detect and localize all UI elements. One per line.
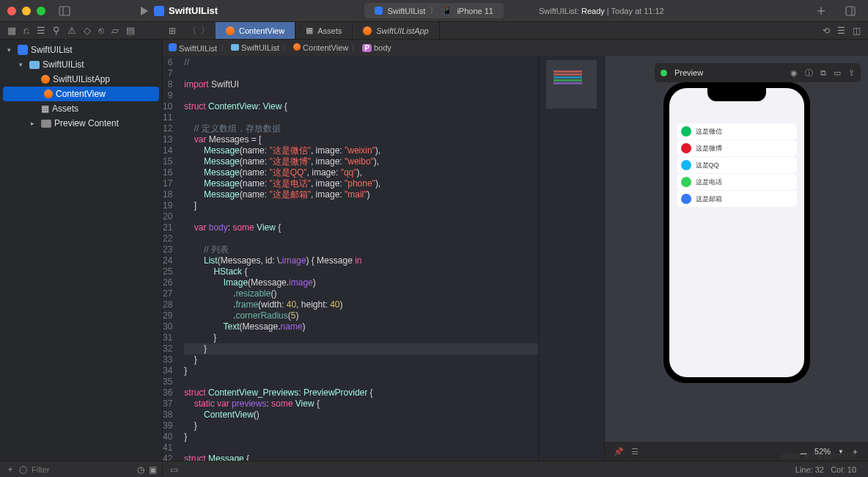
close-window-button[interactable] xyxy=(7,7,16,15)
bottom-bar: ＋ ◯ ◷ ▣ ▭ Line: 32 Col: 10 xyxy=(0,461,868,477)
grid-icon[interactable]: ⊞ xyxy=(163,26,182,36)
iphone-frame: 这是微信这是微博这是QQ这是电话这是邮箱 xyxy=(663,82,810,383)
crumb-swiftuilist[interactable]: SwiftUIList xyxy=(231,43,279,52)
debug-area-icon[interactable]: ▭ xyxy=(163,465,178,475)
library-icon[interactable] xyxy=(845,5,856,17)
preview-status-dot xyxy=(661,70,667,76)
debug-navigator-icon[interactable]: ⎋ xyxy=(98,25,104,36)
zoom-window-button[interactable] xyxy=(37,7,45,15)
settings-icon[interactable]: ☰ xyxy=(631,447,639,456)
back-button[interactable]: 〈 xyxy=(188,24,196,37)
line-gutter: 6789101112131415161718192021222324252627… xyxy=(163,56,178,461)
filter-input[interactable] xyxy=(32,465,133,474)
window-controls xyxy=(7,7,45,15)
find-navigator-icon[interactable]: ⚲ xyxy=(53,25,60,36)
tree-item-swiftuilist[interactable]: ▾SwiftUIList xyxy=(0,43,162,57)
preview-device-icon[interactable]: ▭ xyxy=(834,68,841,78)
preview-label: Preview xyxy=(674,68,703,77)
app-icon xyxy=(681,177,691,187)
property-badge: P xyxy=(362,44,372,52)
build-status: SwiftUIList: Ready | Today at 11:12 xyxy=(539,7,664,15)
svg-rect-2 xyxy=(846,7,855,15)
watermark: @掘金 稀土掘金技术社区 xyxy=(781,451,856,461)
scheme-device: iPhone 11 xyxy=(457,7,493,15)
assets-icon: ▦ xyxy=(306,26,313,35)
list-item: 这是微博 xyxy=(677,140,797,156)
swift-icon xyxy=(226,26,235,35)
list-item: 这是电话 xyxy=(677,174,797,190)
tab-contentview[interactable]: ContentView xyxy=(216,22,295,39)
refresh-icon[interactable]: ⟲ xyxy=(823,26,830,36)
swift-icon xyxy=(363,26,372,35)
issue-navigator-icon[interactable]: ⚠ xyxy=(67,25,76,36)
tab-assets[interactable]: ▦Assets xyxy=(295,22,353,39)
minimize-window-button[interactable] xyxy=(22,7,31,15)
filter-scope-icon[interactable]: ◯ xyxy=(19,465,27,473)
tree-item-preview-content[interactable]: ▸Preview Content xyxy=(0,116,162,131)
tree-item-assets[interactable]: ▦Assets xyxy=(0,101,162,116)
app-icon xyxy=(681,126,691,136)
swift-icon xyxy=(44,90,53,98)
svg-rect-0 xyxy=(59,7,70,15)
sidebar-toggle-icon[interactable] xyxy=(59,5,70,17)
crumb-contentview[interactable]: ContentView xyxy=(293,43,348,52)
crumb-body[interactable]: P body xyxy=(362,43,391,52)
preview-duplicate-icon[interactable]: ⧉ xyxy=(820,68,826,78)
report-navigator-icon[interactable]: ▤ xyxy=(126,25,135,36)
tree-item-swiftuilistapp[interactable]: SwiftUIListApp xyxy=(0,72,162,87)
folder-icon xyxy=(29,61,40,69)
folder-icon xyxy=(231,44,239,51)
assets-icon: ▦ xyxy=(41,103,49,114)
list-item: 这是微信 xyxy=(677,123,797,139)
jump-bar[interactable]: SwiftUIList〉 SwiftUIList〉 ContentView〉P … xyxy=(163,40,868,56)
list-icon[interactable]: ☰ xyxy=(837,26,845,36)
symbol-navigator-icon[interactable]: ☰ xyxy=(37,25,45,36)
forward-button[interactable]: 〉 xyxy=(201,24,210,37)
titlebar: SwiftUIList SwiftUIList 〉 📱 iPhone 11 Sw… xyxy=(0,0,868,22)
test-navigator-icon[interactable]: ◇ xyxy=(84,25,91,36)
clock-icon[interactable]: ◷ xyxy=(137,465,144,475)
folder-icon xyxy=(41,120,51,128)
project-icon xyxy=(154,6,164,16)
list-item: 这是QQ xyxy=(677,157,797,173)
tree-item-swiftuilist[interactable]: ▾SwiftUIList xyxy=(0,57,162,72)
breakpoint-navigator-icon[interactable]: ▱ xyxy=(111,25,119,36)
code-area[interactable]: // import SwiftUI struct ContentView: Vi… xyxy=(178,56,538,461)
source-control-navigator-icon[interactable]: ⎌ xyxy=(23,25,29,36)
panel-icon[interactable]: ◫ xyxy=(853,26,861,36)
cursor-line: Line: 32 xyxy=(795,465,824,474)
tab-swiftuilistapp[interactable]: SwiftUIListApp xyxy=(353,22,440,39)
source-editor[interactable]: 6789101112131415161718192021222324252627… xyxy=(163,56,538,461)
preview-list: 这是微信这是微博这是QQ这是电话这是邮箱 xyxy=(669,88,804,207)
project-navigator-icon[interactable]: ▦ xyxy=(7,25,16,36)
preview-info-icon[interactable]: ⓘ xyxy=(805,68,813,79)
swift-icon xyxy=(41,75,50,84)
collapse-icon[interactable]: ▣ xyxy=(149,465,157,475)
run-button[interactable] xyxy=(141,7,148,15)
scheme-device-icon: 📱 xyxy=(442,6,452,15)
project-title: SwiftUIList xyxy=(169,5,218,16)
notch xyxy=(707,88,766,101)
project-icon xyxy=(18,45,28,55)
canvas-preview: Preview ◉ ⓘ ⧉ ▭ ⇪ 这是微信这是微博这是QQ这是电话这是邮箱 xyxy=(604,56,868,461)
preview-share-icon[interactable]: ⇪ xyxy=(848,68,855,78)
preview-toolbar: Preview ◉ ⓘ ⧉ ▭ ⇪ xyxy=(655,63,861,82)
crumb-swiftuilist[interactable]: SwiftUIList xyxy=(169,43,217,53)
cursor-col: Col: 10 xyxy=(831,465,856,474)
scheme-target-icon xyxy=(375,7,383,15)
scheme-target: SwiftUIList xyxy=(387,7,425,15)
list-item: 这是邮箱 xyxy=(677,191,797,207)
add-button-icon[interactable] xyxy=(815,5,827,17)
editor-tabs: ContentView▦AssetsSwiftUIListApp xyxy=(216,22,440,39)
minimap[interactable] xyxy=(538,56,604,461)
app-icon xyxy=(681,160,691,170)
swift-icon xyxy=(293,43,301,51)
app-icon xyxy=(681,143,691,153)
project-navigator: ▾SwiftUIList▾SwiftUIListSwiftUIListAppCo… xyxy=(0,40,163,461)
navigator-toolbar: ▦ ⎌ ☰ ⚲ ⚠ ◇ ⎋ ▱ ▤ ⊞ 〈 〉 ContentView▦Asse… xyxy=(0,22,868,40)
add-icon[interactable]: ＋ xyxy=(6,463,15,476)
preview-live-icon[interactable]: ◉ xyxy=(790,68,798,78)
pin-icon[interactable]: 📌 xyxy=(614,447,624,456)
scheme-selector[interactable]: SwiftUIList 〉 📱 iPhone 11 xyxy=(364,3,504,18)
tree-item-contentview[interactable]: ContentView xyxy=(3,87,159,101)
